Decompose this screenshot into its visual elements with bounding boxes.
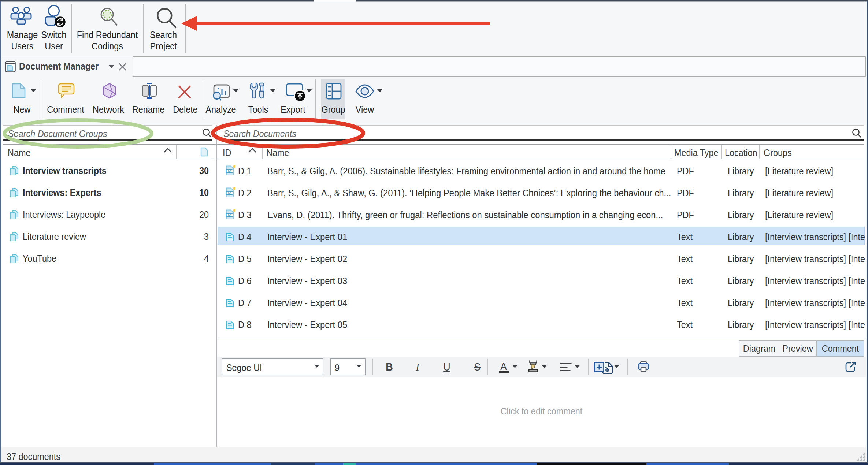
- svg-text:PDF: PDF: [226, 213, 233, 217]
- svg-text:PDF: PDF: [226, 170, 233, 173]
- svg-text:PDF: PDF: [226, 191, 233, 195]
